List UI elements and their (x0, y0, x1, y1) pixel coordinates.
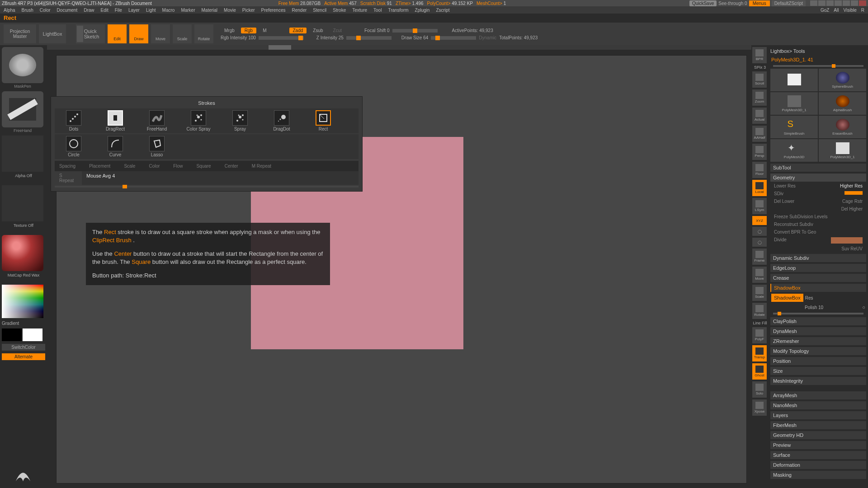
slider-spacing[interactable]: Spacing (59, 164, 75, 169)
arraymesh-section[interactable]: ArrayMesh (770, 391, 866, 399)
actual-button[interactable]: Actual (752, 108, 767, 124)
menu-tool[interactable]: Tool (373, 8, 382, 13)
color-picker[interactable] (2, 285, 43, 318)
rotate-mode[interactable]: Rotate (194, 24, 213, 43)
menu-preferences[interactable]: Preferences (261, 8, 286, 13)
gradient-label[interactable]: Gradient (2, 321, 45, 326)
axis2-button[interactable]: ◯ (752, 238, 767, 247)
menu-marker[interactable]: Marker (181, 8, 195, 13)
stroke-curve[interactable]: Curve (103, 136, 128, 157)
rotate-button[interactable]: Rotate (752, 303, 767, 319)
shadowbox-button[interactable]: ShadowBox (771, 294, 803, 302)
menu-edit[interactable]: Edit (101, 8, 108, 13)
current-tool[interactable]: PolyMesh3D_1. 41 (770, 56, 866, 63)
menu-light[interactable]: Light (146, 8, 156, 13)
spix[interactable]: SPix 3 (752, 65, 768, 70)
shadowbox-section[interactable]: ShadowBox (770, 284, 866, 292)
surface-section[interactable]: Surface (770, 451, 866, 459)
ghost-button[interactable]: Ghost (752, 363, 767, 380)
divide[interactable]: Divide (774, 237, 787, 244)
tab-visible[interactable]: Visible (843, 8, 856, 13)
quicksave-button[interactable]: QuickSave (689, 0, 717, 6)
stroke-dragdot[interactable]: DragDot (269, 110, 294, 131)
tool-tile-poly1[interactable]: PolyMesh3D_1 (770, 92, 818, 115)
menu-document[interactable]: Document (57, 8, 78, 13)
material-thumb[interactable] (2, 235, 43, 271)
swatch-white[interactable] (23, 328, 42, 341)
tool-tile-0[interactable] (770, 69, 818, 91)
draw-slider[interactable] (431, 36, 476, 40)
cage-rstr[interactable]: Cage Rstr (842, 199, 863, 204)
nanomesh-section[interactable]: NanoMesh (770, 401, 866, 409)
move-mode[interactable]: Move (151, 24, 170, 43)
mouse-avg-slider[interactable] (55, 186, 359, 188)
tool-slider[interactable] (773, 65, 863, 67)
menu-file[interactable]: File (115, 8, 122, 13)
del-lower[interactable]: Del Lower (774, 199, 794, 204)
stroke-lasso[interactable]: Lasso (144, 136, 170, 157)
menu-stencil[interactable]: Stencil (313, 8, 326, 13)
stroke-colorspray[interactable]: Color Spray (186, 110, 211, 131)
win-icon[interactable] (835, 0, 842, 6)
position-section[interactable]: Position (770, 357, 866, 365)
reconstruct-subdiv[interactable]: Reconstruct Subdiv (774, 222, 813, 227)
sdiv-slider[interactable] (844, 191, 863, 195)
floor-button[interactable]: Floor (752, 162, 767, 178)
suv-reuv[interactable]: Suv ReUV (841, 246, 863, 251)
bpr-button[interactable]: BPR (752, 47, 767, 63)
z-intensity[interactable]: Z Intensity 25 (316, 35, 344, 40)
zsub-button[interactable]: Zsub (309, 28, 326, 33)
menu-picker[interactable]: Picker (242, 8, 255, 13)
btn-square[interactable]: Square (196, 164, 211, 169)
projection-master-button[interactable]: Projection Master (4, 24, 36, 43)
slider-color[interactable]: Color (149, 164, 160, 169)
menu-layer[interactable]: Layer (128, 8, 140, 13)
zcut-button[interactable]: Zcut (330, 28, 345, 33)
stroke-spray[interactable]: Spray (227, 110, 253, 131)
tool-tile-poly[interactable]: ✦PolyMesh3D (770, 139, 818, 162)
focal-shift[interactable]: Focal Shift 0 (364, 28, 390, 33)
edit-mode[interactable]: Edit (108, 24, 127, 43)
xpose-button[interactable]: Xpose (752, 399, 767, 416)
edgeloop-section[interactable]: EdgeLoop (770, 264, 866, 272)
polish-slider[interactable] (773, 313, 863, 314)
texture-thumb[interactable] (2, 185, 43, 221)
win-icon[interactable] (818, 0, 826, 6)
shadowbox-polish[interactable]: Polish 10 (805, 305, 860, 310)
menu-transform[interactable]: Transform (388, 8, 408, 13)
axis1-button[interactable]: ◯ (752, 227, 767, 236)
deformation-section[interactable]: Deformation (770, 461, 866, 469)
tool-tile-poly2[interactable]: PolyMesh3D_1 (819, 139, 866, 162)
frame-button[interactable]: Frame (752, 249, 767, 265)
menu-color[interactable]: Color (40, 8, 51, 13)
scale-mode[interactable]: Scale (173, 24, 192, 43)
fibermesh-section[interactable]: FiberMesh (770, 421, 866, 429)
canvas[interactable]: Strokes Dots DragRect FreeHand Color Spr… (56, 55, 747, 483)
menu-draw[interactable]: Draw (84, 8, 94, 13)
meshintegrity-section[interactable]: MeshIntegrity (770, 377, 866, 385)
rgb-intensity[interactable]: Rgb Intensity 100 (221, 35, 256, 40)
quick-sketch-button[interactable]: Quick Sketch (76, 24, 105, 43)
default-zscript[interactable]: DefaultZScript (772, 0, 806, 6)
sdiv[interactable]: SDiv (774, 191, 783, 196)
stroke-circle[interactable]: Circle (61, 136, 86, 157)
stroke-dragrect[interactable]: DragRect (103, 110, 128, 131)
btn-center[interactable]: Center (225, 164, 238, 169)
polish-circle-icon[interactable]: ○ (862, 305, 865, 310)
stroke-rect[interactable]: Rect (311, 110, 336, 131)
menu-texture[interactable]: Texture (352, 8, 367, 13)
tab-goz[interactable]: GoZ (821, 8, 829, 13)
stroke-dots[interactable]: Dots (61, 110, 86, 131)
lightbox-button[interactable]: LightBox (39, 24, 66, 43)
tool-tile-simple[interactable]: SSimpleBrush (770, 116, 818, 138)
doc-slider[interactable] (47, 45, 751, 50)
menus-button[interactable]: Menus (749, 0, 770, 6)
dynamesh-section[interactable]: DynaMesh (770, 327, 866, 335)
zint-slider[interactable] (346, 36, 392, 40)
m-button[interactable]: M (259, 28, 270, 33)
lsym-button[interactable]: LSym (752, 198, 767, 214)
lightbox-tools[interactable]: Lightbox> Tools (770, 47, 866, 55)
win-icon[interactable] (826, 0, 834, 6)
dynamic-subdiv-section[interactable]: Dynamic Subdiv (770, 254, 866, 262)
slider-srepeat[interactable]: S Repeat (55, 171, 82, 185)
